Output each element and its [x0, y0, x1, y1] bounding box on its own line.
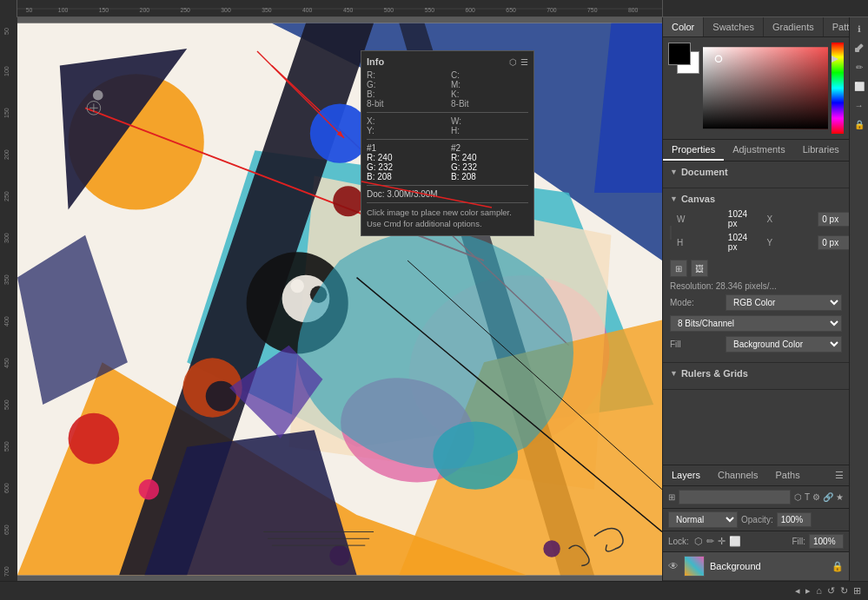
- canvas-header[interactable]: ▼ Canvas: [670, 194, 842, 204]
- canvas-title: Canvas: [681, 194, 715, 204]
- info-panel-title: Info: [367, 56, 384, 67]
- lock-label: Lock:: [668, 537, 689, 546]
- document-header[interactable]: ▼ Document: [670, 167, 842, 177]
- depth-dropdown[interactable]: 8 Bits/Channel 16 Bits/Channel 32 Bits/C…: [670, 315, 842, 332]
- sample1-b: B: 208: [367, 172, 444, 181]
- info-menu-icon[interactable]: ☰: [520, 57, 528, 67]
- status-icon-3[interactable]: ⌂: [816, 585, 822, 597]
- tab-properties[interactable]: Properties: [663, 140, 724, 161]
- artwork-canvas[interactable]: [17, 17, 662, 581]
- sample2-b: B: 208: [451, 172, 528, 181]
- doc-info: Doc: 3.00M/3.00M: [367, 189, 528, 199]
- svg-text:550: 550: [3, 441, 10, 452]
- svg-text:150: 150: [3, 108, 10, 118]
- lock-transparent-icon[interactable]: ⬡: [694, 536, 703, 547]
- tab-channels[interactable]: Channels: [709, 465, 766, 485]
- status-icon-6[interactable]: ⊞: [853, 585, 861, 597]
- layer-icon-2[interactable]: T: [805, 492, 810, 502]
- color-spectrum[interactable]: [832, 43, 844, 134]
- layers-menu[interactable]: ☰: [830, 465, 849, 485]
- m-label: M:: [451, 80, 528, 89]
- rulers-header[interactable]: ▼ Rulers & Grids: [670, 368, 842, 379]
- canvas-h-value: 1024 px: [728, 233, 757, 252]
- layer-lock-icon[interactable]: 🔒: [832, 561, 844, 572]
- canvas-area[interactable]: Info ⬡ ☰ R: G: B: 8-bit C: M: K: 8-Bit: [17, 17, 662, 581]
- sample1-r: R: 240: [367, 153, 444, 162]
- fg-bg-swatches[interactable]: [668, 43, 699, 74]
- svg-text:400: 400: [302, 7, 313, 13]
- sample2-r: R: 240: [451, 153, 528, 162]
- tab-layers[interactable]: Layers: [663, 465, 709, 485]
- status-icon-4[interactable]: ↺: [827, 585, 835, 597]
- svg-point-59: [543, 540, 560, 557]
- layers-section: Layers Channels Paths ☰ ⊞ ⬡ T ⚙ 🔗 ★ Norm…: [663, 465, 849, 581]
- resolution-text: Resolution: 28.346 pixels/...: [670, 281, 842, 291]
- layer-visibility-icon[interactable]: 👁: [668, 560, 679, 572]
- tab-swatches[interactable]: Swatches: [704, 17, 764, 36]
- canvas-action-icons: ⊞ 🖼: [670, 260, 842, 277]
- fill-input[interactable]: [809, 534, 844, 549]
- tool-eyedropper[interactable]: [851, 40, 867, 56]
- layer-icon-5[interactable]: ★: [836, 492, 844, 502]
- tool-info[interactable]: ℹ: [851, 21, 867, 36]
- resolution-value: 28.346 pixels/...: [716, 281, 777, 291]
- canvas-image-icon[interactable]: 🖼: [691, 260, 708, 277]
- fg-color-box[interactable]: [668, 43, 691, 65]
- svg-point-47: [333, 186, 363, 216]
- kind-filter-input[interactable]: [679, 490, 791, 504]
- canvas-lock-icon[interactable]: ⊞: [670, 260, 687, 277]
- tab-adjustments[interactable]: Adjustments: [724, 140, 794, 161]
- canvas-y-input[interactable]: [818, 235, 849, 250]
- svg-text:400: 400: [3, 316, 10, 326]
- ruler-corner: [0, 0, 17, 17]
- lock-pixels-icon[interactable]: ✏: [706, 536, 714, 547]
- fill-dropdown[interactable]: Background Color White Transparent: [726, 336, 842, 353]
- svg-text:250: 250: [3, 191, 10, 201]
- color-panel-tabs: Color Swatches Gradients Patterns ☰: [663, 17, 849, 37]
- lock-position-icon[interactable]: ✛: [718, 536, 726, 547]
- info-expand-icon[interactable]: ⬡: [509, 57, 517, 67]
- canvas-x-input[interactable]: [818, 212, 849, 227]
- c-label: C:: [451, 70, 528, 80]
- lock-icons: ⬡ ✏ ✛ ⬜: [694, 536, 741, 547]
- background-layer-item[interactable]: 👁 Background 🔒: [663, 552, 849, 581]
- lock-row: Lock: ⬡ ✏ ✛ ⬜ Fill:: [663, 531, 849, 552]
- tool-arrow[interactable]: →: [851, 97, 867, 113]
- w-label: W:: [451, 116, 528, 126]
- layer-icon-1[interactable]: ⬡: [794, 492, 802, 502]
- blend-mode-dropdown[interactable]: Normal Multiply Screen: [668, 511, 738, 528]
- opacity-input[interactable]: [777, 512, 812, 527]
- opacity-label: Opacity:: [741, 515, 773, 524]
- status-icon-5[interactable]: ↻: [840, 585, 848, 597]
- g-label: G:: [367, 80, 444, 89]
- svg-text:250: 250: [180, 7, 190, 13]
- color-gradient[interactable]: [703, 43, 828, 134]
- mode-dropdown[interactable]: RGB Color CMYK Color Grayscale: [726, 294, 842, 311]
- svg-point-67: [93, 90, 103, 101]
- section-document: ▼ Document: [663, 162, 849, 188]
- tool-pencil[interactable]: ✏: [851, 59, 867, 75]
- svg-text:500: 500: [3, 399, 10, 410]
- tab-color[interactable]: Color: [663, 17, 704, 36]
- tab-paths[interactable]: Paths: [767, 465, 809, 485]
- layer-icon-4[interactable]: 🔗: [823, 492, 833, 502]
- document-title: Document: [681, 167, 728, 177]
- depth-row: 8 Bits/Channel 16 Bits/Channel 32 Bits/C…: [670, 315, 842, 332]
- mode-row: Mode: RGB Color CMYK Color Grayscale: [670, 294, 842, 311]
- status-icon-2[interactable]: ▸: [805, 585, 811, 597]
- lock-artboard-icon[interactable]: ⬜: [729, 536, 741, 547]
- svg-text:100: 100: [3, 66, 10, 76]
- svg-rect-0: [17, 0, 662, 16]
- tab-gradients[interactable]: Gradients: [764, 17, 824, 36]
- tab-libraries[interactable]: Libraries: [794, 140, 848, 161]
- mode-label: Mode:: [670, 298, 722, 307]
- svg-text:200: 200: [140, 7, 150, 13]
- tool-square[interactable]: ⬜: [851, 78, 867, 94]
- tool-lock[interactable]: 🔒: [851, 116, 867, 132]
- info-panel: Info ⬡ ☰ R: G: B: 8-bit C: M: K: 8-Bit: [361, 50, 534, 236]
- svg-text:450: 450: [3, 358, 10, 368]
- svg-text:550: 550: [425, 7, 435, 13]
- status-icon-1[interactable]: ◂: [795, 585, 800, 597]
- svg-text:650: 650: [3, 524, 10, 535]
- layer-icon-3[interactable]: ⚙: [812, 492, 820, 502]
